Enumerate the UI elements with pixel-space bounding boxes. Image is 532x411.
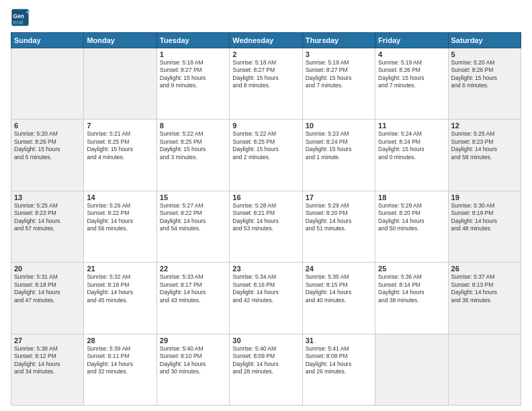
day-cell: 13Sunrise: 5:25 AM Sunset: 8:23 PM Dayli… <box>11 191 84 262</box>
day-number: 30 <box>232 336 299 345</box>
day-cell: 8Sunrise: 5:22 AM Sunset: 8:25 PM Daylig… <box>157 120 229 191</box>
week-row-2: 6Sunrise: 5:20 AM Sunset: 8:26 PM Daylig… <box>11 120 521 191</box>
calendar-header: SundayMondayTuesdayWednesdayThursdayFrid… <box>11 33 521 48</box>
calendar-body: 1Sunrise: 5:18 AM Sunset: 8:27 PM Daylig… <box>11 48 521 406</box>
day-cell: 5Sunrise: 5:20 AM Sunset: 8:26 PM Daylig… <box>448 48 521 120</box>
day-info: Sunrise: 5:22 AM Sunset: 8:25 PM Dayligh… <box>232 130 299 161</box>
week-row-5: 27Sunrise: 5:38 AM Sunset: 8:12 PM Dayli… <box>11 334 521 405</box>
day-cell <box>11 48 84 120</box>
day-cell: 19Sunrise: 5:30 AM Sunset: 8:19 PM Dayli… <box>448 191 521 262</box>
day-cell: 10Sunrise: 5:23 AM Sunset: 8:24 PM Dayli… <box>302 120 375 191</box>
logo-icon: Gen eral <box>11 8 30 27</box>
day-number: 13 <box>14 193 81 201</box>
weekday-header-saturday: Saturday <box>448 33 521 48</box>
day-cell: 9Sunrise: 5:22 AM Sunset: 8:25 PM Daylig… <box>230 120 302 191</box>
calendar: SundayMondayTuesdayWednesdayThursdayFrid… <box>11 32 521 406</box>
day-info: Sunrise: 5:28 AM Sunset: 8:21 PM Dayligh… <box>232 202 299 233</box>
day-info: Sunrise: 5:40 AM Sunset: 8:09 PM Dayligh… <box>232 345 299 376</box>
day-info: Sunrise: 5:33 AM Sunset: 8:17 PM Dayligh… <box>160 273 226 304</box>
weekday-header-friday: Friday <box>375 33 448 48</box>
day-info: Sunrise: 5:24 AM Sunset: 8:24 PM Dayligh… <box>378 130 445 161</box>
logo: Gen eral <box>11 8 31 27</box>
day-info: Sunrise: 5:39 AM Sunset: 8:11 PM Dayligh… <box>87 345 153 376</box>
day-number: 23 <box>232 265 299 273</box>
day-number: 19 <box>451 193 518 201</box>
day-info: Sunrise: 5:31 AM Sunset: 8:18 PM Dayligh… <box>14 273 81 304</box>
day-cell <box>448 334 521 405</box>
day-info: Sunrise: 5:26 AM Sunset: 8:22 PM Dayligh… <box>87 202 153 233</box>
day-cell: 21Sunrise: 5:32 AM Sunset: 8:18 PM Dayli… <box>84 263 157 334</box>
day-info: Sunrise: 5:41 AM Sunset: 8:08 PM Dayligh… <box>306 345 372 376</box>
day-info: Sunrise: 5:18 AM Sunset: 8:27 PM Dayligh… <box>232 59 299 90</box>
day-info: Sunrise: 5:35 AM Sunset: 8:15 PM Dayligh… <box>306 273 372 304</box>
day-number: 9 <box>232 122 299 130</box>
day-cell: 28Sunrise: 5:39 AM Sunset: 8:11 PM Dayli… <box>84 334 157 405</box>
day-info: Sunrise: 5:22 AM Sunset: 8:25 PM Dayligh… <box>160 130 226 161</box>
day-cell: 11Sunrise: 5:24 AM Sunset: 8:24 PM Dayli… <box>375 120 448 191</box>
day-cell <box>375 334 448 405</box>
day-cell: 7Sunrise: 5:21 AM Sunset: 8:25 PM Daylig… <box>84 120 157 191</box>
day-number: 6 <box>14 122 81 130</box>
day-info: Sunrise: 5:19 AM Sunset: 8:26 PM Dayligh… <box>378 59 445 90</box>
day-number: 14 <box>87 193 153 201</box>
day-number: 4 <box>378 50 445 58</box>
day-info: Sunrise: 5:25 AM Sunset: 8:23 PM Dayligh… <box>451 130 518 161</box>
day-number: 18 <box>378 193 445 201</box>
svg-text:eral: eral <box>13 19 24 26</box>
day-info: Sunrise: 5:34 AM Sunset: 8:16 PM Dayligh… <box>232 273 299 304</box>
day-number: 31 <box>306 336 372 345</box>
day-info: Sunrise: 5:25 AM Sunset: 8:23 PM Dayligh… <box>14 202 81 233</box>
day-cell: 1Sunrise: 5:18 AM Sunset: 8:27 PM Daylig… <box>157 48 229 120</box>
day-number: 10 <box>306 122 372 130</box>
day-number: 5 <box>451 50 518 58</box>
weekday-header-wednesday: Wednesday <box>230 33 302 48</box>
day-cell: 14Sunrise: 5:26 AM Sunset: 8:22 PM Dayli… <box>84 191 157 262</box>
day-info: Sunrise: 5:32 AM Sunset: 8:18 PM Dayligh… <box>87 273 153 304</box>
day-number: 11 <box>378 122 445 130</box>
day-info: Sunrise: 5:37 AM Sunset: 8:13 PM Dayligh… <box>451 273 518 304</box>
day-cell: 27Sunrise: 5:38 AM Sunset: 8:12 PM Dayli… <box>11 334 84 405</box>
weekday-header-sunday: Sunday <box>11 33 84 48</box>
day-cell: 17Sunrise: 5:29 AM Sunset: 8:20 PM Dayli… <box>302 191 375 262</box>
day-cell: 23Sunrise: 5:34 AM Sunset: 8:16 PM Dayli… <box>230 263 302 334</box>
day-number: 24 <box>306 265 372 273</box>
day-info: Sunrise: 5:29 AM Sunset: 8:20 PM Dayligh… <box>306 202 372 233</box>
day-number: 16 <box>232 193 299 201</box>
day-cell: 22Sunrise: 5:33 AM Sunset: 8:17 PM Dayli… <box>157 263 229 334</box>
day-info: Sunrise: 5:38 AM Sunset: 8:12 PM Dayligh… <box>14 345 81 376</box>
day-cell: 15Sunrise: 5:27 AM Sunset: 8:22 PM Dayli… <box>157 191 229 262</box>
week-row-1: 1Sunrise: 5:18 AM Sunset: 8:27 PM Daylig… <box>11 48 521 120</box>
day-number: 2 <box>232 50 299 58</box>
weekday-header-thursday: Thursday <box>302 33 375 48</box>
day-number: 27 <box>14 336 81 345</box>
day-info: Sunrise: 5:23 AM Sunset: 8:24 PM Dayligh… <box>306 130 372 161</box>
day-cell: 29Sunrise: 5:40 AM Sunset: 8:10 PM Dayli… <box>157 334 229 405</box>
day-number: 8 <box>160 122 226 130</box>
day-number: 12 <box>451 122 518 130</box>
day-info: Sunrise: 5:18 AM Sunset: 8:27 PM Dayligh… <box>160 59 226 90</box>
day-cell: 4Sunrise: 5:19 AM Sunset: 8:26 PM Daylig… <box>375 48 448 120</box>
day-cell: 31Sunrise: 5:41 AM Sunset: 8:08 PM Dayli… <box>302 334 375 405</box>
day-cell: 24Sunrise: 5:35 AM Sunset: 8:15 PM Dayli… <box>302 263 375 334</box>
day-number: 1 <box>160 50 226 58</box>
day-info: Sunrise: 5:29 AM Sunset: 8:20 PM Dayligh… <box>378 202 445 233</box>
day-cell: 6Sunrise: 5:20 AM Sunset: 8:26 PM Daylig… <box>11 120 84 191</box>
week-row-3: 13Sunrise: 5:25 AM Sunset: 8:23 PM Dayli… <box>11 191 521 262</box>
header: Gen eral <box>11 8 521 27</box>
day-number: 25 <box>378 265 445 273</box>
day-cell: 3Sunrise: 5:19 AM Sunset: 8:27 PM Daylig… <box>302 48 375 120</box>
day-cell: 18Sunrise: 5:29 AM Sunset: 8:20 PM Dayli… <box>375 191 448 262</box>
weekday-header-monday: Monday <box>84 33 157 48</box>
day-info: Sunrise: 5:27 AM Sunset: 8:22 PM Dayligh… <box>160 202 226 233</box>
page: Gen eral SundayMondayTuesdayWednesdayThu… <box>0 0 532 411</box>
day-number: 15 <box>160 193 226 201</box>
day-number: 3 <box>306 50 372 58</box>
day-info: Sunrise: 5:20 AM Sunset: 8:26 PM Dayligh… <box>14 130 81 161</box>
day-info: Sunrise: 5:20 AM Sunset: 8:26 PM Dayligh… <box>451 59 518 90</box>
day-number: 29 <box>160 336 226 345</box>
day-cell: 16Sunrise: 5:28 AM Sunset: 8:21 PM Dayli… <box>230 191 302 262</box>
day-number: 21 <box>87 265 153 273</box>
day-cell: 20Sunrise: 5:31 AM Sunset: 8:18 PM Dayli… <box>11 263 84 334</box>
day-info: Sunrise: 5:19 AM Sunset: 8:27 PM Dayligh… <box>306 59 372 90</box>
week-row-4: 20Sunrise: 5:31 AM Sunset: 8:18 PM Dayli… <box>11 263 521 334</box>
